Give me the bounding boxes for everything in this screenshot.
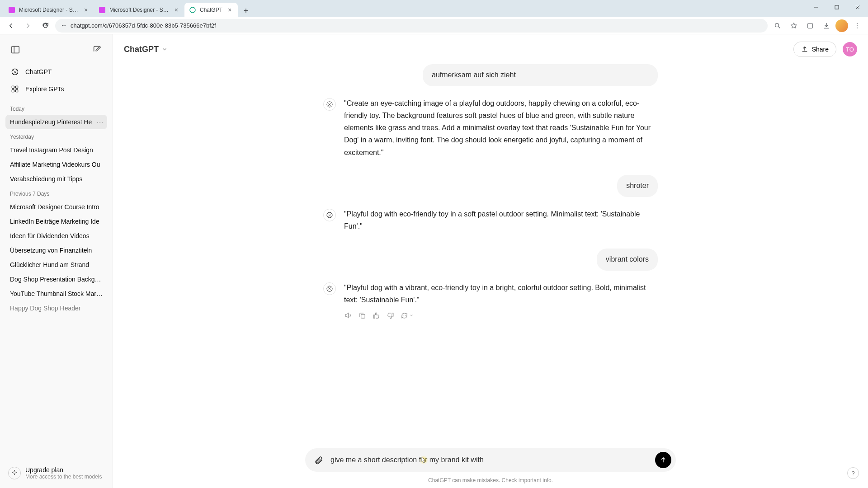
downloads-icon[interactable] — [819, 19, 834, 33]
back-button[interactable] — [4, 19, 18, 33]
history-item[interactable]: Dog Shop Presentation Backgrou — [5, 272, 107, 286]
send-button[interactable] — [655, 452, 671, 468]
svg-point-13 — [857, 23, 858, 24]
site-info-icon[interactable] — [61, 23, 67, 29]
svg-rect-12 — [808, 23, 813, 28]
designer-favicon — [8, 6, 15, 14]
browser-tab[interactable]: Microsoft Designer - Stunning × — [4, 3, 94, 17]
window-controls — [806, 0, 868, 14]
forward-button[interactable] — [21, 19, 35, 33]
main-header: ChatGPT Share TO — [113, 34, 868, 64]
new-chat-button[interactable] — [89, 42, 105, 58]
attach-button[interactable] — [311, 453, 326, 467]
minimize-button[interactable] — [806, 0, 826, 14]
svg-point-15 — [857, 27, 858, 28]
zoom-icon[interactable] — [770, 19, 785, 33]
svg-rect-16 — [12, 47, 19, 53]
extensions-icon[interactable] — [803, 19, 817, 33]
history-item[interactable]: Glücklicher Hund am Strand — [5, 258, 107, 272]
read-aloud-button[interactable] — [344, 311, 352, 319]
tab-title: Microsoft Designer - Stunning — [109, 7, 169, 13]
more-icon[interactable]: ··· — [97, 118, 104, 126]
thumbs-up-button[interactable] — [373, 312, 380, 319]
regenerate-button[interactable] — [401, 312, 414, 319]
history-item[interactable]: Microsoft Designer Course Intro — [5, 200, 107, 214]
sidebar-item-label: ChatGPT — [25, 68, 52, 75]
user-avatar[interactable]: TO — [843, 42, 857, 56]
sidebar-item-label: Explore GPTs — [25, 85, 64, 93]
upgrade-plan-button[interactable]: Upgrade plan More access to the best mod… — [4, 462, 109, 484]
copy-button[interactable] — [359, 312, 366, 319]
browser-chrome: Microsoft Designer - Stunning × Microsof… — [0, 0, 868, 34]
user-message: vibrant colors — [597, 249, 658, 271]
reload-button[interactable] — [38, 19, 52, 33]
history-item[interactable]: Hundespielzeug Pinterest He··· — [5, 115, 107, 129]
bookmark-icon[interactable] — [787, 19, 801, 33]
history-item[interactable]: Verabschiedung mit Tipps — [5, 172, 107, 186]
history-item[interactable]: Travel Instagram Post Design — [5, 143, 107, 157]
chat-scroll[interactable]: aufmerksam auf sich zieht "Create an eye… — [113, 64, 868, 448]
history-item[interactable]: Übersetzung von Finanztiteln — [5, 243, 107, 258]
message-actions — [344, 311, 658, 319]
assistant-avatar-icon — [323, 98, 336, 111]
svg-rect-26 — [361, 314, 365, 318]
history-item[interactable]: Happy Dog Shop Header — [5, 301, 107, 315]
svg-rect-4 — [835, 5, 839, 9]
share-button[interactable]: Share — [793, 42, 836, 57]
app: ChatGPT Explore GPTs TodayHundespielzeug… — [0, 34, 868, 488]
assistant-avatar-icon — [323, 209, 336, 221]
upgrade-subtitle: More access to the best models — [25, 474, 102, 480]
assistant-message: "Create an eye-catching image of a playf… — [323, 97, 658, 159]
upload-icon — [801, 46, 808, 53]
sidebar-item-chatgpt[interactable]: ChatGPT — [5, 63, 107, 80]
menu-icon[interactable] — [850, 19, 864, 33]
address-bar: chatgpt.com/c/6706357d-5fdc-800e-83b5-73… — [0, 17, 868, 34]
chevron-down-icon — [161, 46, 168, 52]
svg-rect-0 — [9, 7, 15, 13]
browser-tab-active[interactable]: ChatGPT × — [184, 3, 238, 17]
sparkle-icon — [8, 467, 21, 479]
sidebar-item-explore[interactable]: Explore GPTs — [5, 80, 107, 98]
close-icon[interactable]: × — [226, 6, 233, 14]
history-item[interactable]: YouTube Thumbnail Stock Marke — [5, 286, 107, 301]
thumbs-down-button[interactable] — [387, 312, 394, 319]
close-icon[interactable]: × — [82, 6, 90, 14]
composer — [305, 448, 676, 472]
svg-rect-19 — [12, 86, 14, 88]
tab-title: ChatGPT — [200, 7, 222, 13]
assistant-text: "Playful dog with a vibrant, eco-friendl… — [344, 282, 658, 306]
designer-favicon — [99, 6, 106, 14]
share-label: Share — [812, 46, 829, 53]
help-button[interactable]: ? — [847, 467, 859, 479]
assistant-text: "Create an eye-catching image of a playf… — [344, 97, 658, 159]
sidebar: ChatGPT Explore GPTs TodayHundespielzeug… — [0, 34, 113, 488]
message-input[interactable] — [330, 456, 651, 464]
model-selector[interactable]: ChatGPT — [124, 45, 168, 54]
assistant-message: "Playful dog with eco-friendly toy in a … — [323, 208, 658, 232]
chatgpt-icon — [10, 67, 20, 77]
svg-rect-1 — [99, 7, 105, 13]
user-message: shroter — [617, 175, 658, 197]
history-item[interactable]: Ideen für Dividenden Videos — [5, 229, 107, 243]
tab-strip: Microsoft Designer - Stunning × Microsof… — [0, 0, 868, 17]
maximize-button[interactable] — [826, 0, 847, 14]
svg-rect-20 — [16, 86, 18, 88]
history-item[interactable]: LinkedIn Beiträge Marketing Ide — [5, 214, 107, 229]
new-tab-button[interactable]: + — [240, 5, 252, 17]
grid-icon — [10, 84, 20, 94]
profile-avatar[interactable] — [835, 19, 848, 32]
close-window-button[interactable] — [847, 0, 868, 14]
history-section-label: Today — [5, 101, 107, 115]
history-section-label: Yesterday — [5, 129, 107, 143]
url-field[interactable]: chatgpt.com/c/6706357d-5fdc-800e-83b5-73… — [55, 19, 768, 33]
assistant-message: "Playful dog with a vibrant, eco-friendl… — [323, 282, 658, 319]
browser-tab[interactable]: Microsoft Designer - Stunning × — [94, 3, 184, 17]
collapse-sidebar-button[interactable] — [7, 42, 24, 58]
upgrade-title: Upgrade plan — [25, 466, 102, 474]
assistant-text: "Playful dog with eco-friendly toy in a … — [344, 208, 658, 232]
tab-title: Microsoft Designer - Stunning — [19, 7, 79, 13]
url-text: chatgpt.com/c/6706357d-5fdc-800e-83b5-73… — [71, 22, 216, 29]
svg-rect-22 — [16, 90, 18, 92]
history-item[interactable]: Affiliate Marketing Videokurs Ou — [5, 157, 107, 172]
close-icon[interactable]: × — [173, 6, 180, 14]
